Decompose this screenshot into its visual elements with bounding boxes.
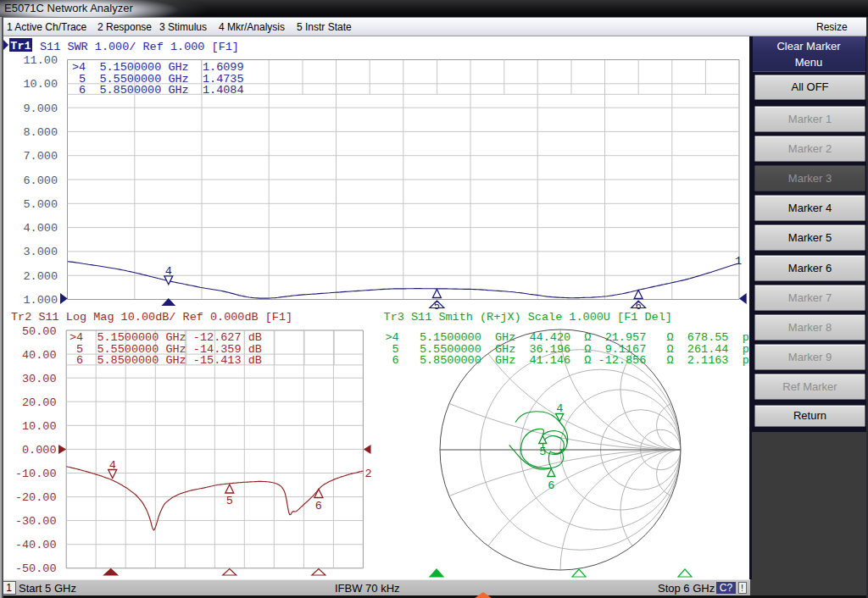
svg-text:10.00: 10.00 <box>23 78 58 91</box>
svg-text:2.000: 2.000 <box>23 270 58 283</box>
svg-text:1.000: 1.000 <box>23 294 58 307</box>
svg-text:6 5.8500000 GHz -15.413 dB: 6 5.8500000 GHz -15.413 dB <box>70 354 262 367</box>
svg-text:4: 4 <box>556 402 563 415</box>
svg-text:5: 5 <box>539 446 546 458</box>
svg-text:S11 SWR 1.000/ Ref 1.000 [F1]: S11 SWR 1.000/ Ref 1.000 [F1] <box>40 41 239 53</box>
svg-text:5: 5 <box>226 495 233 507</box>
svg-text:50.00: 50.00 <box>22 325 57 338</box>
svg-text:2: 2 <box>365 468 372 480</box>
svg-text:6.000: 6.000 <box>23 174 58 187</box>
svg-text:9.000: 9.000 <box>23 102 58 115</box>
svg-text:6: 6 <box>315 500 322 512</box>
svg-text:Tr2 S11 Log Mag 10.00dB/ Ref 0: Tr2 S11 Log Mag 10.00dB/ Ref 0.000dB [F1… <box>11 311 292 324</box>
svg-text:8.000: 8.000 <box>23 126 58 139</box>
svg-text:6 5.8500000 GHz 1.4084: 6 5.8500000 GHz 1.4084 <box>72 84 244 97</box>
svg-text:7.000: 7.000 <box>23 150 58 163</box>
svg-text:Tr1: Tr1 <box>10 40 31 53</box>
svg-text:10.00: 10.00 <box>22 420 57 433</box>
svg-text:-10.00: -10.00 <box>15 468 57 480</box>
svg-text:-30.00: -30.00 <box>15 515 57 528</box>
svg-text:6: 6 <box>548 479 554 492</box>
svg-text:0.000: 0.000 <box>22 444 57 457</box>
svg-text:-50.00: -50.00 <box>15 562 57 575</box>
svg-text:3.000: 3.000 <box>23 246 58 258</box>
svg-text:20.00: 20.00 <box>22 396 57 409</box>
svg-text:Tr3 S11 Smith (R+jX) Scale 1.0: Tr3 S11 Smith (R+jX) Scale 1.000U [F1 De… <box>384 311 672 324</box>
svg-text:6 5.8500000 GHz 41.146 Ω: 6 5.8500000 GHz 41.146 Ω -12.856 Ω 2.116… <box>385 354 755 367</box>
svg-text:-20.00: -20.00 <box>15 491 57 504</box>
svg-text:5.000: 5.000 <box>23 198 58 211</box>
svg-text:30.00: 30.00 <box>22 373 57 385</box>
svg-text:11.00: 11.00 <box>23 54 58 67</box>
svg-text:40.00: 40.00 <box>22 349 57 362</box>
svg-text:4.000: 4.000 <box>23 222 58 235</box>
svg-text:-40.00: -40.00 <box>15 539 57 551</box>
svg-text:1: 1 <box>735 255 742 268</box>
